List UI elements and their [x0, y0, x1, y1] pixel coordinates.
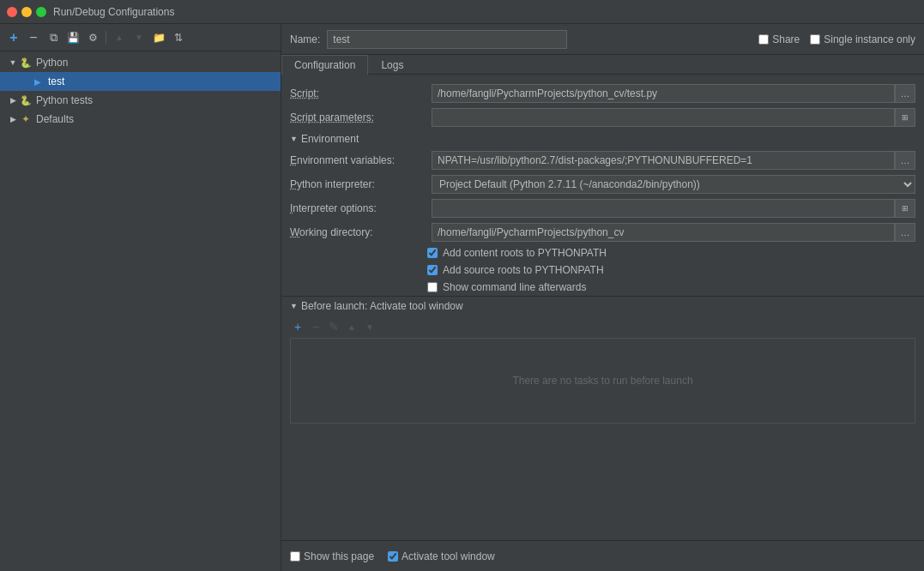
- before-launch-label: Before launch: Activate tool window: [301, 300, 463, 312]
- share-checkbox-label[interactable]: Share: [758, 33, 800, 45]
- script-label: Script:: [290, 87, 432, 99]
- close-button[interactable]: [7, 7, 17, 17]
- bl-edit-button[interactable]: ✎: [326, 319, 341, 334]
- python-interp-label: Python interpreter:: [290, 178, 432, 190]
- bl-down-button[interactable]: ▼: [362, 319, 377, 334]
- script-params-label: Script parameters:: [290, 111, 432, 123]
- minimize-button[interactable]: [21, 7, 32, 17]
- add-content-roots-label: Add content roots to PYTHONPATH: [443, 247, 607, 259]
- right-panel: Name: test Share Single instance only Co…: [281, 24, 924, 571]
- python-group-arrow: ▼: [7, 58, 19, 67]
- working-dir-input[interactable]: [432, 223, 895, 242]
- tree-test-item[interactable]: ▶ test: [0, 72, 281, 91]
- tab-logs[interactable]: Logs: [368, 55, 416, 75]
- name-label: Name:: [290, 33, 320, 45]
- env-vars-button[interactable]: …: [895, 151, 915, 170]
- environment-arrow: ▼: [290, 135, 298, 143]
- env-vars-input[interactable]: [432, 151, 895, 170]
- remove-button[interactable]: −: [25, 29, 42, 46]
- config-button[interactable]: ⚙: [84, 29, 101, 46]
- add-button[interactable]: +: [5, 29, 22, 46]
- add-content-roots-row[interactable]: Add content roots to PYTHONPATH: [281, 244, 924, 261]
- bl-up-button[interactable]: ▲: [344, 319, 359, 334]
- header-options: Share Single instance only: [758, 33, 915, 45]
- maximize-button[interactable]: [36, 7, 46, 17]
- name-input[interactable]: test: [327, 30, 567, 49]
- before-launch-section: ▼ Before launch: Activate tool window + …: [281, 296, 924, 424]
- share-checkbox[interactable]: [758, 34, 769, 45]
- test-label: test: [48, 75, 64, 87]
- move-up-button[interactable]: ▲: [111, 29, 128, 46]
- tab-configuration[interactable]: Configuration: [281, 55, 368, 75]
- no-tasks-label: There are no tasks to run before launch: [512, 375, 692, 387]
- activate-tool-label: Activate tool window: [402, 550, 495, 562]
- python-interp-row: Python interpreter: Project Default (Pyt…: [281, 172, 924, 196]
- script-row: Script: …: [281, 81, 924, 105]
- before-launch-content: There are no tasks to run before launch: [290, 338, 915, 424]
- add-source-roots-checkbox[interactable]: [427, 265, 438, 275]
- single-instance-checkbox-label[interactable]: Single instance only: [810, 33, 915, 45]
- before-launch-header[interactable]: ▼ Before launch: Activate tool window: [281, 297, 924, 316]
- interp-options-label: Interpreter options:: [290, 202, 432, 214]
- python-group-label: Python: [36, 57, 68, 69]
- add-content-roots-checkbox[interactable]: [427, 248, 438, 258]
- config-tabs: Configuration Logs: [281, 55, 924, 75]
- python-tests-icon: 🐍: [19, 93, 33, 107]
- python-interp-select[interactable]: Project Default (Python 2.7.11 (~/anacon…: [432, 175, 915, 194]
- main-container: + − ⧉ 💾 ⚙ ▲ ▼ 📁 ⇅ ▼ 🐍 Python ▶ test: [0, 24, 924, 571]
- activate-tool-checkbox[interactable]: [388, 551, 398, 562]
- single-instance-checkbox[interactable]: [810, 34, 820, 45]
- save-button[interactable]: 💾: [64, 29, 82, 46]
- defaults-label: Defaults: [36, 113, 74, 125]
- config-header: Name: test Share Single instance only: [281, 24, 924, 55]
- interp-options-button[interactable]: ⊞: [895, 199, 915, 218]
- window-controls: [7, 7, 46, 17]
- working-dir-row: Working directory: …: [281, 220, 924, 244]
- environment-section-header[interactable]: ▼ Environment: [281, 129, 924, 148]
- bottom-bar: Show this page Activate tool window: [281, 540, 924, 571]
- python-tests-label: Python tests: [36, 94, 93, 106]
- before-launch-toolbar: + − ✎ ▲ ▼: [281, 316, 924, 338]
- env-vars-row: Environment variables: …: [281, 148, 924, 172]
- bl-add-button[interactable]: +: [290, 319, 305, 334]
- python-tests-arrow: ▶: [7, 96, 19, 105]
- interp-options-input[interactable]: [432, 199, 895, 218]
- working-dir-button[interactable]: …: [895, 223, 915, 242]
- show-command-line-row[interactable]: Show command line afterwards: [281, 279, 924, 296]
- defaults-icon: ✦: [19, 112, 33, 126]
- sort-button[interactable]: ⇅: [170, 29, 187, 46]
- script-browse-button[interactable]: …: [895, 84, 915, 103]
- test-icon: ▶: [31, 75, 45, 88]
- script-params-row: Script parameters: ⊞: [281, 105, 924, 129]
- python-interp-select-wrapper: Project Default (Python 2.7.11 (~/anacon…: [432, 175, 915, 194]
- title-bar: Run/Debug Configurations: [0, 0, 924, 24]
- python-group-icon: 🐍: [19, 56, 33, 69]
- script-input[interactable]: [432, 84, 895, 103]
- bl-remove-button[interactable]: −: [308, 319, 323, 334]
- env-vars-label: Environment variables:: [290, 154, 432, 166]
- script-params-input[interactable]: [432, 108, 895, 127]
- activate-tool-checkbox-label[interactable]: Activate tool window: [388, 550, 495, 562]
- left-toolbar: + − ⧉ 💾 ⚙ ▲ ▼ 📁 ⇅: [0, 24, 281, 51]
- folder-button[interactable]: 📁: [150, 29, 167, 46]
- tree-defaults-group[interactable]: ▶ ✦ Defaults: [0, 110, 281, 129]
- before-launch-arrow: ▼: [290, 302, 298, 310]
- move-down-button[interactable]: ▼: [130, 29, 148, 46]
- show-page-label: Show this page: [304, 550, 374, 562]
- toolbar-separator: [106, 31, 106, 45]
- script-params-button[interactable]: ⊞: [895, 108, 915, 127]
- add-source-roots-row[interactable]: Add source roots to PYTHONPATH: [281, 261, 924, 279]
- copy-button[interactable]: ⧉: [45, 29, 62, 46]
- environment-label: Environment: [301, 133, 359, 145]
- working-dir-label: Working directory:: [290, 226, 432, 238]
- add-source-roots-label: Add source roots to PYTHONPATH: [443, 264, 604, 276]
- window-title: Run/Debug Configurations: [53, 6, 174, 18]
- config-tree: ▼ 🐍 Python ▶ test ▶ 🐍 Python tests ▶ ✦ D…: [0, 51, 281, 571]
- tree-python-tests-group[interactable]: ▶ 🐍 Python tests: [0, 91, 281, 110]
- show-page-checkbox[interactable]: [290, 551, 300, 562]
- show-command-line-label: Show command line afterwards: [443, 281, 586, 293]
- tree-python-group[interactable]: ▼ 🐍 Python: [0, 53, 281, 72]
- share-label: Share: [772, 33, 800, 45]
- show-command-line-checkbox[interactable]: [427, 282, 438, 292]
- show-page-checkbox-label[interactable]: Show this page: [290, 550, 374, 562]
